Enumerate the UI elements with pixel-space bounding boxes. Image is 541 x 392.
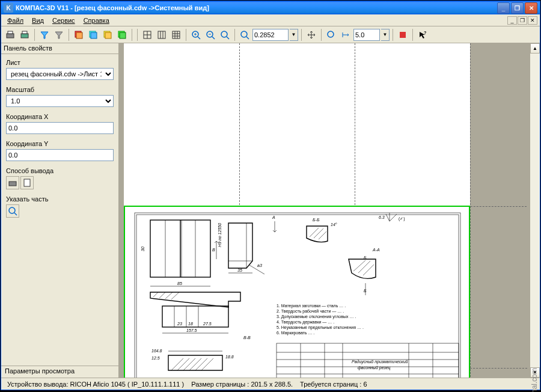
svg-text:В: В <box>212 248 215 252</box>
menu-help[interactable]: Справка <box>80 16 113 25</box>
mdi-close[interactable]: ✕ <box>528 16 537 25</box>
close-button[interactable]: ✕ <box>525 2 537 14</box>
menu-file[interactable]: Файл <box>4 16 27 25</box>
output-printer-icon[interactable] <box>6 176 19 189</box>
canvas-area: 30 В H9 по 12550 a3 <box>119 43 540 378</box>
svg-point-39 <box>9 207 15 213</box>
svg-line-78 <box>183 358 195 370</box>
help-pointer-icon[interactable]: ? <box>416 28 429 41</box>
separator <box>412 29 413 41</box>
printer-button[interactable] <box>18 28 31 41</box>
filter-off-icon[interactable] <box>52 28 66 41</box>
grid2-icon[interactable] <box>155 28 168 41</box>
svg-text:6.3: 6.3 <box>379 215 385 219</box>
svg-text:(✓): (✓) <box>399 216 405 221</box>
drawing-frame[interactable]: 30 В H9 по 12550 a3 <box>124 206 470 378</box>
svg-text:4. Твердость державки — … .: 4. Твердость державки — … . <box>277 320 334 325</box>
pan-icon[interactable] <box>305 28 318 41</box>
print-button[interactable] <box>4 28 17 41</box>
svg-text:?: ? <box>424 31 426 35</box>
canvas-viewport[interactable]: 30 В H9 по 12550 a3 <box>119 43 530 378</box>
scrollbar-vertical[interactable]: ▲ ▼ <box>530 43 540 378</box>
svg-text:30: 30 <box>141 247 145 251</box>
sidebar-tab[interactable]: Параметры просмотра <box>1 366 118 378</box>
svg-text:14°: 14° <box>331 222 337 227</box>
svg-line-91 <box>358 261 370 273</box>
svg-text:27.5: 27.5 <box>203 322 212 326</box>
grid3-icon[interactable] <box>170 28 183 41</box>
zoom-page-icon[interactable] <box>238 28 251 41</box>
svg-rect-15 <box>158 31 165 38</box>
svg-text:23: 23 <box>177 322 182 326</box>
svg-text:85: 85 <box>177 281 182 286</box>
step-icon[interactable] <box>339 28 352 41</box>
step-combo[interactable] <box>353 29 380 41</box>
scale-select[interactable]: 1.0 <box>6 95 114 107</box>
coord-x-input[interactable] <box>6 122 114 134</box>
svg-line-87 <box>319 231 326 239</box>
svg-rect-42 <box>136 215 459 378</box>
stop-icon[interactable] <box>396 28 409 41</box>
separator <box>393 29 393 41</box>
svg-line-90 <box>353 260 365 271</box>
step-dropdown[interactable]: ▼ <box>381 29 390 41</box>
svg-text:18.8: 18.8 <box>225 355 234 359</box>
output-file-icon[interactable] <box>20 176 34 189</box>
svg-line-85 <box>310 228 319 237</box>
layers-green-icon[interactable] <box>115 28 129 41</box>
svg-rect-7 <box>91 32 97 38</box>
page-divider <box>470 368 527 369</box>
layers-red-icon[interactable] <box>72 28 85 41</box>
maximize-button[interactable]: ❐ <box>511 2 524 14</box>
scroll-up-icon[interactable]: ▲ <box>530 43 540 54</box>
output-mode-label: Способ вывода <box>6 167 114 174</box>
filter-on-icon[interactable] <box>38 28 51 41</box>
svg-rect-5 <box>76 32 82 38</box>
mdi-restore[interactable]: ❐ <box>518 16 527 25</box>
svg-line-79 <box>189 358 201 370</box>
svg-text:3. Допускаемые отклонения угло: 3. Допускаемые отклонения угловых … . <box>277 314 356 319</box>
layers-cyan-icon[interactable] <box>87 28 100 41</box>
scroll-track[interactable] <box>530 54 540 367</box>
svg-line-59 <box>153 292 158 297</box>
svg-line-28 <box>212 37 215 39</box>
zoom-combo[interactable] <box>252 29 289 41</box>
mdi-minimize[interactable]: _ <box>507 16 517 25</box>
svg-rect-37 <box>9 182 16 186</box>
separator <box>132 29 132 41</box>
zoom-in-icon[interactable] <box>189 28 203 41</box>
svg-text:Б: Б <box>364 289 367 293</box>
coord-y-input[interactable] <box>6 149 114 161</box>
svg-text:H9 по 12550: H9 по 12550 <box>218 223 222 247</box>
separator <box>234 29 235 41</box>
zoom-realtime-icon[interactable] <box>325 28 338 41</box>
list-select[interactable]: резец фасонный.cdw ->Лист 1 <box>6 68 114 80</box>
app-window: K КОМПАС-3D V11 - [резец фасонный.cdw ->… <box>1 1 540 390</box>
zoom-out-icon[interactable] <box>204 28 217 41</box>
menu-view[interactable]: Вид <box>28 16 47 25</box>
titlebar: K КОМПАС-3D V11 - [резец фасонный.cdw ->… <box>1 1 540 14</box>
svg-line-60 <box>159 292 165 298</box>
svg-line-62 <box>171 292 179 299</box>
svg-text:5. Неуказанные предельные откл: 5. Неуказанные предельные отклонения … . <box>277 325 364 330</box>
properties-panel: Панель свойств Лист резец фасонный.cdw -… <box>1 43 119 378</box>
grid1-icon[interactable] <box>141 28 154 41</box>
separator <box>321 29 322 41</box>
layers-yellow-icon[interactable] <box>101 28 114 41</box>
svg-text:35: 35 <box>237 268 242 272</box>
minimize-button[interactable]: _ <box>497 2 510 14</box>
zoom-dropdown[interactable]: ▼ <box>290 29 298 41</box>
svg-rect-3 <box>22 31 27 34</box>
specify-label: Указать часть <box>6 195 114 203</box>
svg-line-76 <box>171 358 183 370</box>
svg-text:164.8: 164.8 <box>151 349 162 353</box>
svg-line-33 <box>246 37 249 39</box>
specify-zoom-icon[interactable] <box>6 204 19 218</box>
svg-text:фасонный резец: фасонный резец <box>358 366 391 370</box>
menu-service[interactable]: Сервис <box>49 16 79 25</box>
zoom-fit-icon[interactable] <box>218 28 231 41</box>
svg-text:18: 18 <box>188 322 193 326</box>
svg-line-80 <box>195 358 207 370</box>
window-controls: _ ❐ ✕ <box>497 2 537 14</box>
svg-text:В-В: В-В <box>243 335 251 340</box>
